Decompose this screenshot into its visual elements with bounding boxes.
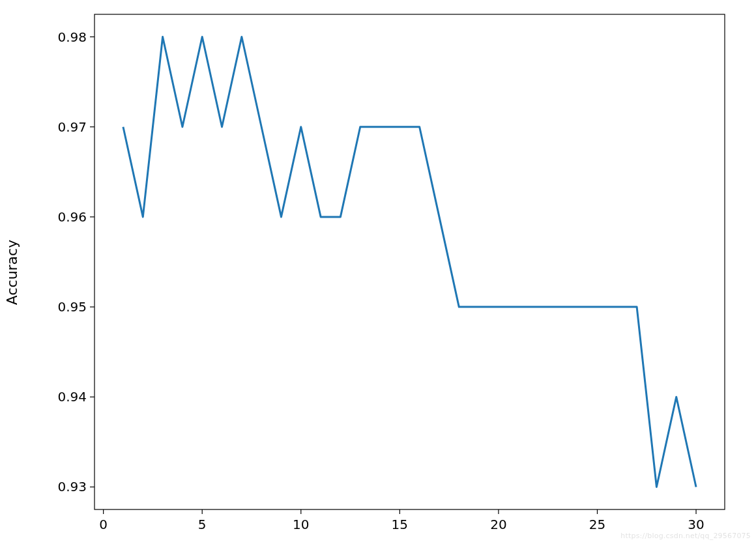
- y-tick-label: 0.93: [57, 479, 87, 494]
- watermark-text: https://blog.csdn.net/qq_29567075: [620, 532, 751, 540]
- y-tick-label: 0.96: [57, 209, 87, 225]
- chart-figure: Accuracy 0510152025300.930.940.950.960.9…: [0, 0, 756, 544]
- y-tick-label: 0.94: [57, 389, 87, 405]
- x-tick-label: 10: [293, 517, 309, 532]
- x-tick-label: 20: [490, 517, 506, 532]
- series-line-accuracy: [123, 37, 696, 487]
- x-tick-label: 30: [688, 517, 704, 532]
- y-tick-label: 0.97: [57, 119, 87, 135]
- x-tick-label: 15: [392, 517, 408, 532]
- y-tick-label: 0.98: [57, 29, 87, 45]
- y-axis-label: Accuracy: [4, 239, 20, 304]
- y-tick-label: 0.95: [57, 299, 87, 315]
- x-tick-label: 5: [198, 517, 207, 532]
- x-tick-label: 25: [589, 517, 605, 532]
- x-tick-label: 0: [99, 517, 108, 532]
- chart-svg: 0510152025300.930.940.950.960.970.98: [0, 0, 756, 544]
- plot-border: [94, 14, 725, 509]
